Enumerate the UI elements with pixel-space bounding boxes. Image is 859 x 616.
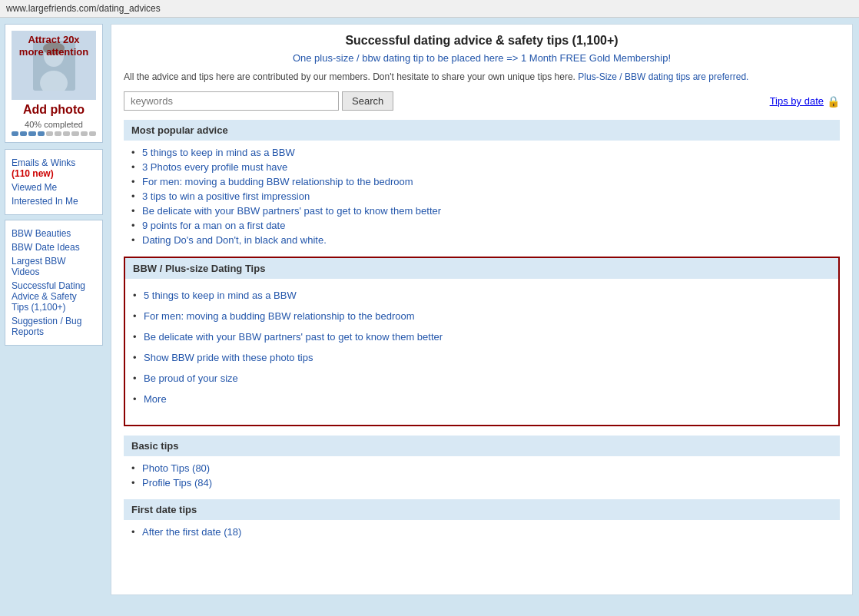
dot-6 [55,131,61,136]
list-item: Profile Tips (84) [131,475,832,490]
bbw-list: 5 things to keep in mind as a BBW For me… [125,279,838,416]
sidebar-item-largest-bbw-videos[interactable]: Largest BBW Videos [12,254,96,279]
bbw-link-5[interactable]: More [144,393,167,405]
list-item: 3 tips to win a positive first impressio… [131,189,832,204]
popular-header: Most popular advice [124,120,840,141]
promo-link[interactable]: One plus-size / bbw dating tip to be pla… [293,52,671,64]
list-item: Be delicate with your BBW partners' past… [133,326,831,347]
dot-8 [71,131,78,136]
first-date-list: After the first date (18) [124,525,840,539]
emails-new-badge: (110 new) [12,168,54,179]
sidebar-item-bbw-date-ideas[interactable]: BBW Date Ideas [12,240,96,254]
url-text: www.largefriends.com/dating_advices [6,3,161,14]
bbw-link-3[interactable]: Show BBW pride with these photo tips [144,352,313,363]
bbw-link-1[interactable]: For men: moving a budding BBW relationsh… [144,310,415,322]
dot-7 [63,131,70,136]
first-date-header: First date tips [124,499,840,520]
dot-1 [12,131,18,136]
popular-list: 5 things to keep in mind as a BBW 3 Phot… [124,145,840,247]
sidebar-links-box: BBW Beauties BBW Date Ideas Largest BBW … [5,220,103,346]
add-photo-button[interactable]: Add photo [12,103,96,117]
bbw-link-4[interactable]: Be proud of your size [144,373,238,384]
search-button[interactable]: Search [342,91,393,111]
profile-widget: Attract 20x more attention Add photo 40%… [5,24,103,143]
address-bar: www.largefriends.com/dating_advices [0,0,859,18]
tips-by-date: Tips by date 🔒 [770,95,840,108]
promo-section: One plus-size / bbw dating tip to be pla… [124,52,840,64]
profile-image-area: Attract 20x more attention [12,31,96,100]
list-item: 5 things to keep in mind as a BBW [133,285,831,306]
basic-link-1[interactable]: Profile Tips (84) [142,477,212,488]
dot-5 [46,131,53,136]
intro-text: All the advice and tips here are contrib… [124,70,840,84]
list-item: Show BBW pride with these photo tips [133,347,831,368]
list-item: 9 points for a man on a first date [131,218,832,233]
basic-section: Basic tips Photo Tips (80) Profile Tips … [124,436,840,490]
main-content: Successful dating advice & safety tips (… [111,24,853,595]
list-item: After the first date (18) [131,525,832,539]
intro-preferred-link[interactable]: Plus-Size / BBW dating tips are preferre… [578,71,748,82]
search-input-group: Search [124,91,393,111]
popular-link-5[interactable]: 9 points for a man on a first date [142,220,285,231]
dot-3 [28,131,35,136]
popular-link-6[interactable]: Dating Do's and Don't, in black and whit… [142,234,327,246]
page-title: Successful dating advice & safety tips (… [124,34,840,48]
popular-link-1[interactable]: 3 Photos every profile must have [142,161,287,173]
progress-label: 40% completed [12,120,96,129]
list-item: 3 Photos every profile must have [131,160,832,174]
attract-text-line1: Attract 20x [15,34,93,46]
dot-2 [20,131,27,136]
list-item: Be proud of your size [133,368,831,389]
interested-in-me-link[interactable]: Interested In Me [12,194,96,208]
popular-link-2[interactable]: For men: moving a budding BBW relationsh… [142,176,413,187]
bbw-link-2[interactable]: Be delicate with your BBW partners' past… [144,331,443,343]
list-item: Be delicate with your BBW partners' past… [131,204,832,218]
first-date-section: First date tips After the first date (18… [124,499,840,539]
popular-section: Most popular advice 5 things to keep in … [124,120,840,247]
search-row: Search Tips by date 🔒 [124,91,840,111]
progress-dots [12,131,96,136]
popular-link-4[interactable]: Be delicate with your BBW partners' past… [142,205,441,217]
bbw-section: BBW / Plus-size Dating Tips 5 things to … [124,257,840,426]
lock-icon: 🔒 [827,95,840,108]
bbw-link-0[interactable]: 5 things to keep in mind as a BBW [144,290,297,301]
search-input[interactable] [124,91,339,111]
basic-link-0[interactable]: Photo Tips (80) [142,462,210,474]
page-wrapper: Attract 20x more attention Add photo 40%… [0,18,859,601]
dot-10 [89,131,96,136]
list-item: For men: moving a budding BBW relationsh… [131,174,832,189]
list-item: More [133,389,831,409]
attract-text-line2: more attention [15,46,93,58]
list-item: Photo Tips (80) [131,461,832,475]
sidebar-item-suggestion[interactable]: Suggestion / Bug Reports [12,314,96,339]
list-item: 5 things to keep in mind as a BBW [131,145,832,160]
emails-winks-link[interactable]: Emails & Winks (110 new) [12,156,96,180]
bbw-header: BBW / Plus-size Dating Tips [125,258,838,279]
dot-4 [38,131,45,136]
viewed-me-link[interactable]: Viewed Me [12,180,96,194]
first-date-link-0[interactable]: After the first date (18) [142,526,241,538]
popular-link-3[interactable]: 3 tips to win a positive first impressio… [142,190,310,202]
basic-header: Basic tips [124,436,840,456]
basic-list: Photo Tips (80) Profile Tips (84) [124,461,840,490]
dot-9 [81,131,88,136]
sidebar-item-bbw-beauties[interactable]: BBW Beauties [12,227,96,240]
sidebar: Attract 20x more attention Add photo 40%… [0,18,108,601]
list-item: Dating Do's and Don't, in black and whit… [131,233,832,247]
list-item: For men: moving a budding BBW relationsh… [133,306,831,326]
sidebar-item-dating-advice[interactable]: Successful Dating Advice & Safety Tips (… [12,279,96,314]
tips-by-date-link[interactable]: Tips by date [770,95,824,107]
user-nav-box: Emails & Winks (110 new) Viewed Me Inter… [5,149,103,215]
popular-link-0[interactable]: 5 things to keep in mind as a BBW [142,147,295,158]
